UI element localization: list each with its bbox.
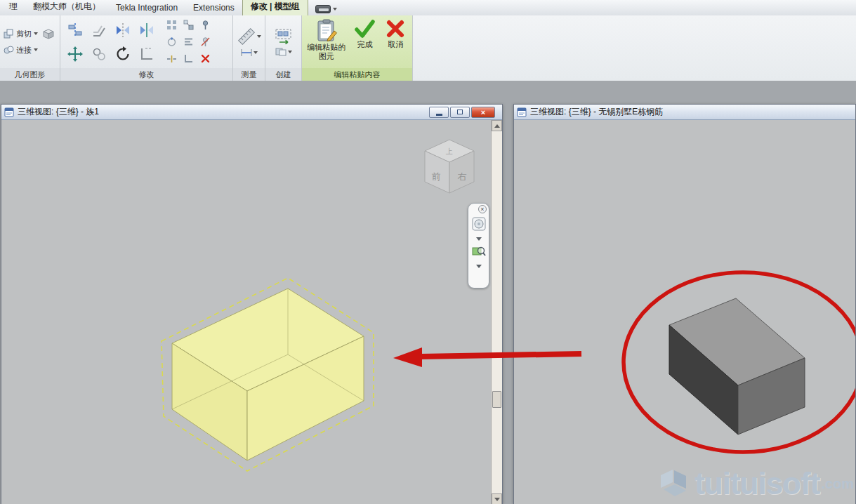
panel-edit-paste: 编辑粘贴的图元 完成 取消 编辑粘贴内容	[302, 15, 413, 81]
split-button[interactable]	[163, 51, 180, 67]
selected-extrusion[interactable]	[1, 120, 492, 504]
move-icon	[67, 46, 83, 62]
dimension-icon	[241, 48, 252, 57]
close-button[interactable]: ×	[471, 107, 495, 118]
ribbon-tab-bar: 理 翻模大师（机电） Tekla Integration Extensions …	[0, 0, 856, 15]
mirror-axis-icon	[115, 22, 131, 38]
offset-button[interactable]	[87, 18, 111, 42]
measure-panel-label: 测量	[233, 68, 265, 81]
join-icon	[4, 45, 14, 55]
viewcube-right-label: 右	[458, 171, 467, 182]
unpin-icon	[200, 37, 211, 47]
ribbon-options[interactable]	[315, 5, 337, 13]
tab-manage[interactable]: 理	[1, 0, 25, 15]
pin-icon	[200, 20, 211, 30]
edit-paste-panel-label: 编辑粘贴内容	[302, 68, 412, 81]
cut-button[interactable]: 剪切	[4, 29, 54, 39]
unpin-button[interactable]	[197, 34, 213, 51]
mirror-pick-icon	[139, 22, 154, 38]
align-bars-icon	[183, 37, 194, 47]
cube-icon	[43, 29, 54, 39]
copy-icon	[91, 46, 107, 62]
cut-icon	[4, 29, 14, 39]
radial-array-button[interactable]	[163, 34, 180, 51]
scale-button[interactable]	[180, 17, 197, 34]
join-button[interactable]: 连接	[4, 45, 38, 55]
chevron-down-icon	[253, 51, 258, 54]
right-window-title-bar[interactable]: 三维视图: {三维} - 无锡别墅E栋钢筋	[514, 105, 855, 120]
mdi-area: 三维视图: {三维} - 族1 ×	[0, 81, 856, 504]
left-canvas[interactable]: 上 前 右 ×	[1, 120, 502, 504]
pin-button[interactable]	[197, 17, 213, 34]
close-icon: ×	[481, 108, 485, 117]
model-group-box[interactable]	[669, 298, 805, 435]
zoom-button[interactable]	[472, 244, 486, 261]
align-button[interactable]	[63, 18, 87, 42]
panel-modify: 修改	[60, 15, 233, 81]
right-window-title: 三维视图: {三维} - 无锡别墅E栋钢筋	[530, 106, 852, 118]
scrollbar-thumb[interactable]	[492, 391, 501, 408]
align-elements-button[interactable]	[180, 34, 197, 51]
minimize-button[interactable]	[429, 107, 449, 118]
tab-tekla-integration[interactable]: Tekla Integration	[108, 1, 185, 15]
watermark-brand: tuituisoft	[694, 466, 819, 501]
watermark-logo-icon	[655, 465, 692, 502]
navbar-zoom-dropdown-icon[interactable]	[476, 265, 482, 268]
panel-geometry: 剪切 连接	[0, 15, 60, 81]
tab-fanmo-master[interactable]: 翻模大师（机电）	[25, 0, 108, 15]
steering-wheel-button[interactable]	[472, 217, 486, 234]
cancel-x-icon	[386, 18, 405, 39]
create-group-icon	[275, 28, 293, 45]
left-window-title-bar[interactable]: 三维视图: {三维} - 族1 ×	[1, 105, 502, 120]
dimension-button[interactable]	[241, 48, 258, 57]
align-icon	[67, 22, 83, 38]
vertical-scrollbar[interactable]	[491, 120, 502, 504]
clipboard-edit-icon	[315, 18, 338, 42]
trim-button[interactable]	[135, 42, 159, 66]
chevron-down-icon	[34, 48, 38, 51]
ribbon: 理 翻模大师（机电） Tekla Integration Extensions …	[0, 0, 856, 81]
edit-pasted-elements-label: 编辑粘贴的图元	[304, 43, 349, 61]
rotate-button[interactable]	[111, 42, 135, 66]
measure-button[interactable]	[237, 27, 261, 46]
tab-extensions[interactable]: Extensions	[185, 1, 242, 15]
panel-measure: 测量	[233, 15, 265, 81]
trim-extend-button[interactable]	[180, 51, 197, 67]
copy-button[interactable]	[87, 42, 111, 66]
create-group-button[interactable]	[275, 28, 293, 45]
split-icon	[166, 53, 177, 64]
restore-button[interactable]	[450, 107, 470, 118]
finish-check-icon	[354, 18, 375, 39]
tab-modify-model-group[interactable]: 修改 | 模型组	[242, 0, 308, 15]
cancel-label: 取消	[388, 40, 403, 49]
navbar-close-button[interactable]: ×	[478, 205, 487, 213]
steering-wheel-icon	[472, 217, 486, 231]
navbar-wheel-dropdown-icon[interactable]	[476, 237, 482, 241]
scroll-down-button[interactable]	[492, 493, 502, 504]
ribbon-body: 剪切 连接	[0, 15, 856, 81]
panel-create: 创建	[265, 15, 302, 81]
trim-extend-icon	[183, 53, 194, 64]
rotate-icon	[115, 46, 131, 62]
edit-pasted-elements-button[interactable]: 编辑粘贴的图元	[304, 15, 349, 68]
trim-icon	[139, 46, 154, 62]
move-button[interactable]	[63, 42, 87, 66]
create-similar-button[interactable]	[275, 48, 292, 56]
chevron-down-icon	[257, 35, 261, 38]
mirror-axis-button[interactable]	[111, 18, 135, 42]
cancel-button[interactable]: 取消	[381, 15, 410, 68]
array-button[interactable]	[163, 17, 180, 34]
offset-icon	[91, 22, 107, 38]
chevron-down-icon	[34, 32, 38, 35]
right-canvas[interactable]: tuituisoft .com	[514, 120, 855, 504]
chevron-down-icon	[333, 8, 337, 11]
finish-button[interactable]: 完成	[350, 15, 380, 68]
viewcube[interactable]: 上 前 右	[421, 138, 478, 199]
join-label: 连接	[16, 45, 32, 55]
mirror-pick-button[interactable]	[135, 18, 159, 42]
scroll-up-button[interactable]	[492, 120, 502, 131]
right-view-window: 三维视图: {三维} - 无锡别墅E栋钢筋	[513, 104, 856, 504]
revit-app: 理 翻模大师（机电） Tekla Integration Extensions …	[0, 0, 856, 504]
delete-button[interactable]	[197, 51, 213, 67]
ribbon-options-icon	[315, 5, 331, 13]
